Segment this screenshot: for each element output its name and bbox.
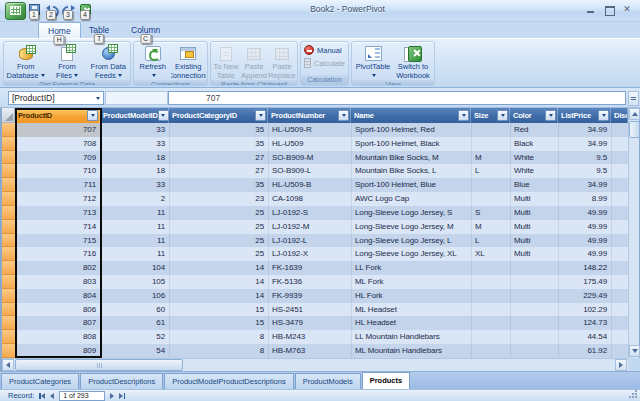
grid-cell[interactable]: HB-M243 [269, 330, 352, 344]
grid-cell[interactable]: L [472, 164, 511, 178]
grid-cell[interactable] [612, 344, 628, 358]
grid-cell[interactable]: 148.22 [559, 261, 612, 275]
grid-cell[interactable]: 35 [170, 178, 269, 192]
grid-cell[interactable]: AWC Logo Cap [352, 192, 472, 206]
grid-cell[interactable]: HS-3479 [269, 316, 352, 330]
grid-cell[interactable]: 14 [170, 261, 269, 275]
grid-cell[interactable] [612, 151, 628, 165]
grid-cell[interactable] [612, 316, 628, 330]
grid-cell[interactable]: FK-5136 [269, 275, 352, 289]
grid-cell[interactable]: Sport-100 Helmet, Black [352, 137, 472, 151]
grid-cell[interactable]: 710 [16, 164, 101, 178]
sheet-tab-productdescriptions[interactable]: ProductDescriptions [80, 373, 163, 389]
grid-cell[interactable]: Long-Sleeve Logo Jersey, L [352, 234, 472, 248]
grid-cell[interactable]: 18 [101, 151, 170, 165]
grid-cell[interactable]: 35 [170, 123, 269, 137]
grid-cell[interactable]: Long-Sleeve Logo Jersey, M [352, 220, 472, 234]
grid-cell[interactable]: White [511, 164, 559, 178]
tab-table[interactable]: TableT [80, 22, 118, 38]
grid-cell[interactable]: 708 [16, 137, 101, 151]
grid-cell[interactable] [472, 316, 511, 330]
grid-cell[interactable]: 49.99 [559, 206, 612, 220]
grid-cell[interactable]: 104 [101, 261, 170, 275]
grid-cell[interactable]: HS-2451 [269, 303, 352, 317]
row-selector[interactable] [2, 234, 16, 248]
grid-cell[interactable]: Red [511, 123, 559, 137]
grid-cell[interactable] [472, 261, 511, 275]
grid-cell[interactable] [472, 330, 511, 344]
pivottable-button[interactable]: PivotTable [353, 43, 393, 80]
row-selector[interactable] [2, 261, 16, 275]
from-files-button[interactable]: FromFiles [46, 43, 87, 80]
grid-cell[interactable]: 25 [170, 234, 269, 248]
horizontal-scrollbar[interactable] [2, 358, 628, 371]
grid-cell[interactable] [472, 303, 511, 317]
grid-cell[interactable] [472, 192, 511, 206]
filter-dropdown-button[interactable] [255, 110, 266, 121]
grid-cell[interactable]: 102.29 [559, 303, 612, 317]
grid-cell[interactable]: Multi [511, 206, 559, 220]
grid-cell[interactable]: SO-B909-L [269, 164, 352, 178]
grid-cell[interactable] [612, 220, 628, 234]
sheet-tab-productmodelproductdescriptions[interactable]: ProductModelProductDescriptions [164, 373, 293, 389]
expand-formula-bar-button[interactable] [628, 91, 639, 106]
grid-cell[interactable]: Mountain Bike Socks, M [352, 151, 472, 165]
grid-cell[interactable] [511, 330, 559, 344]
grid-cell[interactable]: FK-9939 [269, 289, 352, 303]
grid-cell[interactable] [612, 261, 628, 275]
grid-cell[interactable]: 807 [16, 316, 101, 330]
filter-dropdown-button[interactable] [497, 110, 508, 121]
existing-connections-button[interactable]: ExistingConnections [171, 43, 207, 80]
filter-dropdown-button[interactable] [545, 110, 556, 121]
grid-cell[interactable]: 713 [16, 206, 101, 220]
name-box-dropdown-icon[interactable] [96, 97, 100, 100]
grid-cell[interactable]: Blue [511, 178, 559, 192]
grid-cell[interactable]: ML Mountain Handlebars [352, 344, 472, 358]
grid-cell[interactable]: 61.92 [559, 344, 612, 358]
grid-cell[interactable]: 27 [170, 164, 269, 178]
row-selector[interactable] [2, 164, 16, 178]
row-selector[interactable] [2, 247, 16, 261]
grid-cell[interactable]: SO-B909-M [269, 151, 352, 165]
grid-cell[interactable]: L [472, 234, 511, 248]
scroll-down-button[interactable] [629, 345, 640, 357]
grid-cell[interactable]: 25 [170, 206, 269, 220]
grid-cell[interactable]: 27 [170, 151, 269, 165]
column-header-color[interactable]: Color [510, 108, 558, 123]
grid-cell[interactable]: 14 [170, 275, 269, 289]
grid-cell[interactable]: 806 [16, 303, 101, 317]
grid-cell[interactable]: 808 [16, 330, 101, 344]
grid-cell[interactable] [511, 303, 559, 317]
scroll-up-button[interactable] [629, 108, 640, 120]
sheet-tab-products[interactable]: Products [362, 372, 411, 389]
grid-cell[interactable]: 34.99 [559, 137, 612, 151]
grid-cell[interactable]: 715 [16, 234, 101, 248]
grid-cell[interactable]: 11 [101, 234, 170, 248]
resize-grip-icon[interactable] [628, 390, 637, 399]
row-selector[interactable] [2, 316, 16, 330]
grid-cell[interactable]: 49.99 [559, 247, 612, 261]
grid-cell[interactable]: 711 [16, 178, 101, 192]
row-selector[interactable] [2, 206, 16, 220]
tab-home[interactable]: HomeH [38, 22, 81, 38]
grid-cell[interactable] [612, 206, 628, 220]
grid-cell[interactable]: 44.54 [559, 330, 612, 344]
filter-dropdown-button[interactable] [598, 110, 609, 121]
column-header-productcategoryid[interactable]: ProductCategoryID [169, 108, 268, 123]
grid-cell[interactable]: 712 [16, 192, 101, 206]
grid-cell[interactable]: 35 [170, 137, 269, 151]
grid-cell[interactable] [511, 344, 559, 358]
grid-cell[interactable]: 8 [170, 344, 269, 358]
grid-cell[interactable] [612, 192, 628, 206]
grid-cell[interactable]: 52 [101, 330, 170, 344]
grid-cell[interactable] [472, 137, 511, 151]
row-selector[interactable] [2, 123, 16, 137]
row-selector[interactable] [2, 137, 16, 151]
row-selector[interactable] [2, 275, 16, 289]
grid-cell[interactable]: 60 [101, 303, 170, 317]
grid-cell[interactable] [472, 275, 511, 289]
last-record-button[interactable] [119, 393, 125, 399]
sheet-tab-productcategories[interactable]: ProductCategories [1, 373, 79, 389]
grid-cell[interactable]: M [472, 220, 511, 234]
grid-cell[interactable]: 11 [101, 220, 170, 234]
